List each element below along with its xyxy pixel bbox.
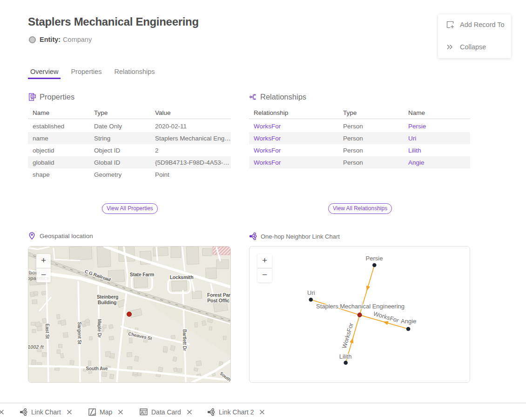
svg-text:WorksFor: WorksFor: [341, 322, 355, 349]
svg-text:1002 ft: 1002 ft: [28, 344, 44, 350]
svg-text:Maple Dr: Maple Dr: [97, 319, 102, 338]
svg-text:East St: East St: [45, 324, 50, 339]
svg-text:Post Offic: Post Offic: [207, 298, 229, 303]
svg-text:Lilith: Lilith: [339, 353, 352, 360]
svg-text:Sargent St: Sargent St: [77, 322, 82, 345]
svg-text:Uri: Uri: [307, 289, 315, 296]
svg-text:Staplers Mechanical Engineerin: Staplers Mechanical Engineering: [316, 303, 405, 310]
svg-text:Bartlett Dr: Bartlett Dr: [182, 329, 187, 351]
svg-text:Steinberg: Steinberg: [97, 294, 119, 300]
svg-text:Locksmith: Locksmith: [170, 274, 194, 280]
svg-text:South Ave: South Ave: [86, 366, 108, 371]
svg-text:Persie: Persie: [366, 255, 383, 262]
svg-text:Building: Building: [98, 300, 116, 305]
svg-text:State Farm: State Farm: [130, 272, 154, 277]
svg-text:Forest Par: Forest Par: [207, 292, 230, 298]
svg-text:Angie: Angie: [401, 318, 416, 325]
